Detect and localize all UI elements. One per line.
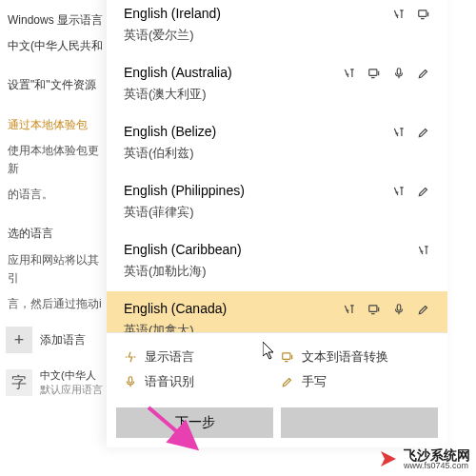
svg-rect-3 xyxy=(369,306,377,311)
speech-icon xyxy=(124,375,137,388)
watermark-name: 飞沙系统网 xyxy=(404,448,470,462)
language-item[interactable]: English (Canada)英语(加拿大) xyxy=(107,291,447,332)
language-english-name: English (Canada) xyxy=(124,301,227,316)
settings-background: Windows 显示语言 中文(中华人民共和 设置"和"文件资源 通过本地体验包… xyxy=(0,0,114,476)
language-native-name: 英语(爱尔兰) xyxy=(124,27,221,44)
language-item[interactable]: English (Australia)英语(澳大利亚) xyxy=(107,55,447,114)
display-icon xyxy=(343,67,356,80)
default-lang-sub: 默认应用语言 xyxy=(40,383,103,397)
language-native-name: 英语(澳大利亚) xyxy=(124,86,232,103)
language-item[interactable]: English (Caribbean)英语(加勒比海) xyxy=(107,232,447,291)
language-native-name: 英语(加勒比海) xyxy=(124,263,242,280)
language-item[interactable]: English (Belize)英语(伯利兹) xyxy=(107,114,447,173)
a-character-icon: 字 xyxy=(6,369,32,396)
bg-pref-text1: 应用和网站将以其引 xyxy=(0,248,114,291)
language-feature-icons xyxy=(392,8,430,21)
hand-icon xyxy=(417,303,430,316)
language-native-name: 英语(菲律宾) xyxy=(124,204,245,221)
bg-title: Windows 显示语言 xyxy=(0,8,114,33)
hand-icon xyxy=(417,185,430,198)
language-item[interactable]: English (Philippines)英语(菲律宾) xyxy=(107,173,447,232)
watermark: 飞沙系统网 www.fs0745.com xyxy=(377,447,470,470)
hand-icon xyxy=(417,126,430,139)
language-feature-icons xyxy=(417,244,430,257)
bg-current: 中文(中华人民共和 xyxy=(0,33,114,59)
tts-icon xyxy=(281,350,294,364)
svg-rect-0 xyxy=(419,10,426,16)
language-native-name: 英语(伯利兹) xyxy=(124,145,216,162)
language-english-name: English (Australia) xyxy=(124,65,232,80)
hand-icon xyxy=(281,375,294,388)
bg-pref-title: 选的语言 xyxy=(0,221,114,247)
dialog-buttons: 下一步 xyxy=(107,402,447,447)
legend-handwriting: 手写 xyxy=(277,369,434,394)
watermark-logo-icon xyxy=(377,447,400,470)
bg-pack-text1: 使用本地体验包更新 xyxy=(0,138,114,182)
display-icon xyxy=(343,303,356,316)
svg-rect-5 xyxy=(283,353,290,359)
add-language-label: 添加语言 xyxy=(40,332,86,348)
legend-tts: 文本到语音转换 xyxy=(277,345,434,369)
display-icon xyxy=(417,244,430,257)
tts-icon xyxy=(367,303,381,316)
svg-rect-1 xyxy=(369,69,377,75)
display-icon xyxy=(392,8,406,21)
display-icon xyxy=(124,350,137,364)
legend-display: 显示语言 xyxy=(120,345,277,369)
language-feature-icons xyxy=(392,126,430,139)
display-icon xyxy=(392,185,406,198)
tts-icon xyxy=(367,67,381,80)
watermark-url: www.fs0745.com xyxy=(404,462,470,470)
bg-pref-text2: 言，然后通过拖动i xyxy=(0,291,114,317)
svg-rect-4 xyxy=(397,305,401,310)
add-language-dialog: English (Ireland)英语(爱尔兰)English (Austral… xyxy=(107,0,447,447)
speech-icon xyxy=(392,67,406,80)
tts-icon xyxy=(417,8,430,21)
svg-rect-6 xyxy=(129,377,132,383)
bg-settings: 设置"和"文件资源 xyxy=(0,72,114,98)
language-list[interactable]: English (Ireland)英语(爱尔兰)English (Austral… xyxy=(107,0,447,332)
speech-icon xyxy=(392,303,406,316)
language-item[interactable]: English (Ireland)英语(爱尔兰) xyxy=(107,0,447,55)
cancel-button[interactable] xyxy=(281,407,438,438)
add-language-button[interactable]: + 添加语言 xyxy=(0,327,114,353)
bg-pack-text2: 的语言。 xyxy=(0,182,114,208)
default-lang-name: 中文(中华人 xyxy=(40,368,103,383)
hand-icon xyxy=(417,67,430,80)
language-english-name: English (Philippines) xyxy=(124,183,245,198)
next-button[interactable]: 下一步 xyxy=(116,407,273,438)
display-icon xyxy=(392,126,406,139)
language-english-name: English (Belize) xyxy=(124,124,216,139)
legend-speech: 语音识别 xyxy=(120,369,277,394)
bg-pack-title: 通过本地体验包 xyxy=(0,112,114,138)
language-feature-icons xyxy=(343,67,430,80)
language-english-name: English (Ireland) xyxy=(124,6,221,21)
plus-icon: + xyxy=(6,327,32,353)
svg-rect-2 xyxy=(397,69,401,74)
language-feature-icons xyxy=(392,185,430,198)
default-language-row[interactable]: 字 中文(中华人 默认应用语言 xyxy=(0,368,114,397)
feature-legend: 显示语言 文本到语音转换 语音识别 手写 xyxy=(107,332,447,402)
language-feature-icons xyxy=(343,303,430,316)
language-english-name: English (Caribbean) xyxy=(124,242,242,257)
language-native-name: 英语(加拿大) xyxy=(124,322,227,332)
